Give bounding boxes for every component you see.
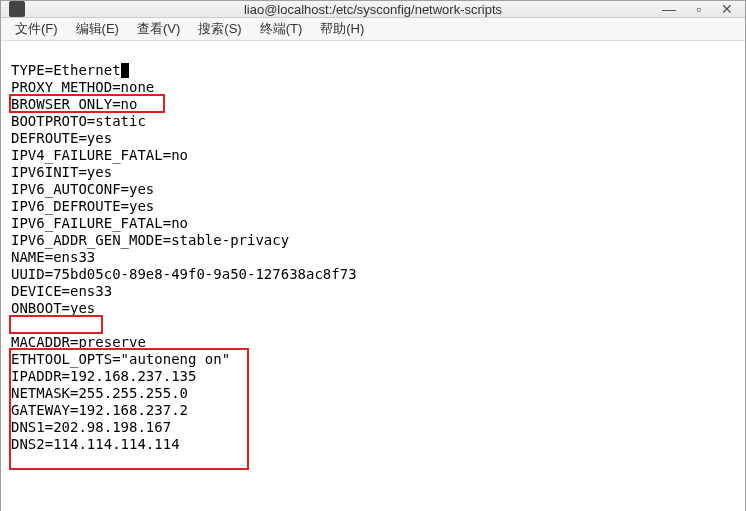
config-line: BROWSER_ONLY=no	[11, 96, 137, 112]
terminal-content[interactable]: TYPE=Ethernet PROXY_METHOD=none BROWSER_…	[1, 41, 745, 511]
menu-view[interactable]: 查看(V)	[131, 18, 186, 40]
maximize-button[interactable]: ▫	[692, 1, 705, 17]
config-line: UUID=75bd05c0-89e8-49f0-9a50-127638ac8f7…	[11, 266, 357, 282]
highlight-box-onboot	[9, 315, 103, 334]
config-line: ETHTOOL_OPTS="autoneng on"	[11, 351, 230, 367]
config-line: DEFROUTE=yes	[11, 130, 112, 146]
terminal-window: liao@localhost:/etc/sysconfig/network-sc…	[0, 0, 746, 511]
config-line: PROXY_METHOD=none	[11, 79, 154, 95]
menubar: 文件(F) 编辑(E) 查看(V) 搜索(S) 终端(T) 帮助(H)	[1, 18, 745, 41]
config-line: NAME=ens33	[11, 249, 95, 265]
config-line: IPADDR=192.168.237.135	[11, 368, 196, 384]
config-line: BOOTPROTO=static	[11, 113, 146, 129]
config-line: IPV6_FAILURE_FATAL=no	[11, 215, 188, 231]
titlebar[interactable]: liao@localhost:/etc/sysconfig/network-sc…	[1, 1, 745, 18]
menu-terminal[interactable]: 终端(T)	[254, 18, 309, 40]
menu-edit[interactable]: 编辑(E)	[70, 18, 125, 40]
config-line: DEVICE=ens33	[11, 283, 112, 299]
menu-file[interactable]: 文件(F)	[9, 18, 64, 40]
config-line: IPV6_DEFROUTE=yes	[11, 198, 154, 214]
config-line: IPV6_ADDR_GEN_MODE=stable-privacy	[11, 232, 289, 248]
config-line: IPV6_AUTOCONF=yes	[11, 181, 154, 197]
config-line: GATEWAY=192.168.237.2	[11, 402, 188, 418]
menu-search[interactable]: 搜索(S)	[192, 18, 247, 40]
app-icon	[9, 1, 25, 17]
window-title: liao@localhost:/etc/sysconfig/network-sc…	[244, 2, 502, 17]
config-line: NETMASK=255.255.255.0	[11, 385, 188, 401]
config-line: DNS1=202.98.198.167	[11, 419, 171, 435]
text-cursor	[121, 63, 129, 78]
config-line: DNS2=114.114.114.114	[11, 436, 180, 452]
config-line: TYPE=Ethernet	[11, 62, 121, 78]
close-button[interactable]: ✕	[717, 1, 737, 17]
window-controls: — ▫ ✕	[658, 1, 737, 17]
minimize-button[interactable]: —	[658, 1, 680, 17]
config-line: IPV6INIT=yes	[11, 164, 112, 180]
menu-help[interactable]: 帮助(H)	[314, 18, 370, 40]
config-line: ONBOOT=yes	[11, 300, 95, 316]
config-line: MACADDR=preserve	[11, 334, 146, 350]
config-line: IPV4_FAILURE_FATAL=no	[11, 147, 188, 163]
